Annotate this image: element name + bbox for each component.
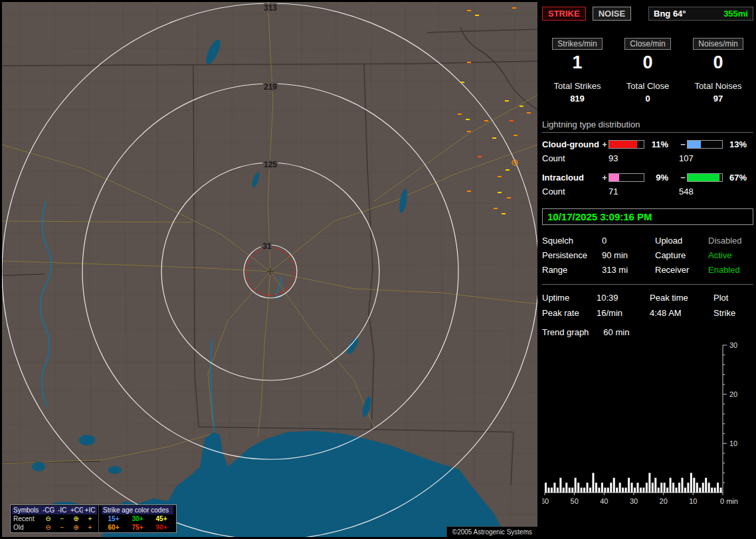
legend-old-label: Old xyxy=(12,523,41,532)
close-column: Close/min 0 Total Close 0 xyxy=(613,38,683,104)
total-close-label: Total Close xyxy=(613,81,683,91)
svg-text:50: 50 xyxy=(571,497,579,505)
cg-positive-count: 93 xyxy=(609,153,671,163)
recent-pos-cg-icon: ⊕ xyxy=(69,514,83,523)
legend-symbols-header: Symbols xyxy=(12,506,41,514)
trend-graph: 1020306050403020100 min xyxy=(542,343,753,510)
age-75: 75+ xyxy=(126,523,149,532)
legend-col-pos-cg: +CG xyxy=(69,506,83,514)
datetime-display: 10/17/2025 3:09:16 PM xyxy=(542,208,753,225)
cloud-ground-count-row: Count 93 107 xyxy=(542,153,753,163)
age-15: 15+ xyxy=(102,514,126,523)
upload-value: Disabled xyxy=(708,236,753,246)
bearing-distance: 355mi xyxy=(723,9,748,19)
peak-time-label: Peak time xyxy=(650,293,713,303)
persistence-label: Persistence xyxy=(542,250,602,260)
legend-col-pos-ic: +IC xyxy=(83,506,97,514)
peak-rate-label: Peak rate xyxy=(542,308,597,318)
minus-sign: − xyxy=(679,139,687,149)
mode-toolbar: STRIKE NOISE Bng 64° 355mi xyxy=(542,7,753,21)
old-neg-ic-icon: − xyxy=(55,523,69,532)
recent-pos-ic-icon: + xyxy=(83,514,97,523)
old-pos-ic-icon: + xyxy=(83,523,97,532)
range-label-125: 125 xyxy=(264,160,277,169)
peak-rate-value: 16/min xyxy=(597,308,650,318)
range-value: 313 mi xyxy=(602,265,655,275)
squelch-value: 0 xyxy=(602,236,655,246)
symbol-legend: Symbols -CG -IC +CG +IC Recent ⊖ − ⊕ + O… xyxy=(10,504,177,533)
legend-col-neg-ic: -IC xyxy=(55,506,69,514)
svg-text:0 min: 0 min xyxy=(720,497,738,505)
noises-column: Noises/min 0 Total Noises 97 xyxy=(683,38,753,104)
noises-per-min-header: Noises/min xyxy=(693,38,743,50)
persistence-value: 90 min xyxy=(602,250,655,260)
svg-text:60: 60 xyxy=(542,497,549,505)
strikes-per-min-value: 1 xyxy=(542,52,613,73)
trend-graph-header: Trend graph 60 min xyxy=(542,327,753,337)
cg-positive-bar xyxy=(609,140,644,149)
plot-label: Plot xyxy=(713,293,753,303)
legend-age-header: Strike age color codes xyxy=(102,506,173,514)
ic-positive-bar xyxy=(609,173,644,182)
receiver-settings: Squelch 0 Upload Disabled Persistence 90… xyxy=(542,236,753,275)
intracloud-count-row: Count 71 548 xyxy=(542,187,753,196)
strikes-column: Strikes/min 1 Total Strikes 819 xyxy=(542,38,613,104)
squelch-label: Squelch xyxy=(542,236,602,246)
cg-negative-bar xyxy=(687,140,723,149)
strikes-per-min-header: Strikes/min xyxy=(552,38,602,50)
uptime-label: Uptime xyxy=(542,293,597,303)
close-per-min-value: 0 xyxy=(613,52,683,73)
recent-neg-ic-icon: − xyxy=(55,514,69,523)
cloud-ground-label: Cloud-ground xyxy=(542,139,601,149)
total-noises-label: Total Noises xyxy=(683,81,753,91)
strike-mode-button[interactable]: STRIKE xyxy=(542,7,586,21)
close-per-min-header: Close/min xyxy=(624,38,670,50)
ic-negative-percent: 67% xyxy=(723,173,749,183)
legend-col-neg-cg: -CG xyxy=(41,506,55,514)
svg-text:40: 40 xyxy=(600,497,608,505)
noise-mode-button[interactable]: NOISE xyxy=(593,7,631,21)
legend-recent-label: Recent xyxy=(12,514,41,523)
bearing-value: Bng 64° xyxy=(654,9,686,19)
ic-count-label: Count xyxy=(542,187,601,196)
peak-time-value: 4:48 AM xyxy=(650,308,713,318)
upload-label: Upload xyxy=(655,236,708,246)
copyright-notice: ©2005 Astrogenic Systems xyxy=(446,526,537,537)
total-strikes-label: Total Strikes xyxy=(542,81,613,91)
svg-text:30: 30 xyxy=(729,343,737,349)
divider xyxy=(542,132,753,133)
cg-negative-count: 107 xyxy=(679,153,753,163)
map-panel[interactable]: 313 219 125 31 Symbols -CG -IC +CG +IC R… xyxy=(2,2,537,537)
divider xyxy=(542,284,753,285)
receiver-value: Enabled xyxy=(708,265,753,275)
minus-sign: − xyxy=(679,173,687,183)
ic-positive-percent: 9% xyxy=(644,173,671,183)
plus-sign: + xyxy=(601,139,609,149)
range-label-313: 313 xyxy=(264,3,277,13)
status-sidebar: STRIKE NOISE Bng 64° 355mi Strikes/min 1… xyxy=(542,7,753,510)
capture-value: Active xyxy=(708,250,753,260)
weather-map[interactable]: 313 219 125 31 xyxy=(2,2,537,537)
svg-text:10: 10 xyxy=(729,439,737,447)
range-label: Range xyxy=(542,265,602,275)
ic-negative-bar xyxy=(687,173,723,182)
total-close-value: 0 xyxy=(613,94,683,104)
uptime-value: 10:39 xyxy=(597,293,650,303)
trend-graph-period: 60 min xyxy=(603,327,629,337)
range-label-31: 31 xyxy=(262,242,272,251)
intracloud-row: Intracloud + 9% − 67% xyxy=(542,173,753,183)
svg-text:10: 10 xyxy=(689,497,697,505)
cloud-ground-row: Cloud-ground + 11% − 13% xyxy=(542,139,753,149)
intracloud-label: Intracloud xyxy=(542,173,601,183)
total-noises-value: 97 xyxy=(683,94,753,104)
receiver-label: Receiver xyxy=(655,265,708,275)
total-strikes-value: 819 xyxy=(542,94,613,104)
plus-sign: + xyxy=(601,173,609,183)
range-label-219: 219 xyxy=(264,82,277,92)
session-stats: Uptime 10:39 Peak time Plot Peak rate 16… xyxy=(542,293,753,318)
svg-text:30: 30 xyxy=(630,497,638,505)
ic-negative-count: 548 xyxy=(679,187,753,196)
trend-graph-label: Trend graph xyxy=(542,327,589,337)
ic-positive-count: 71 xyxy=(609,187,671,196)
cg-negative-percent: 13% xyxy=(723,139,749,149)
